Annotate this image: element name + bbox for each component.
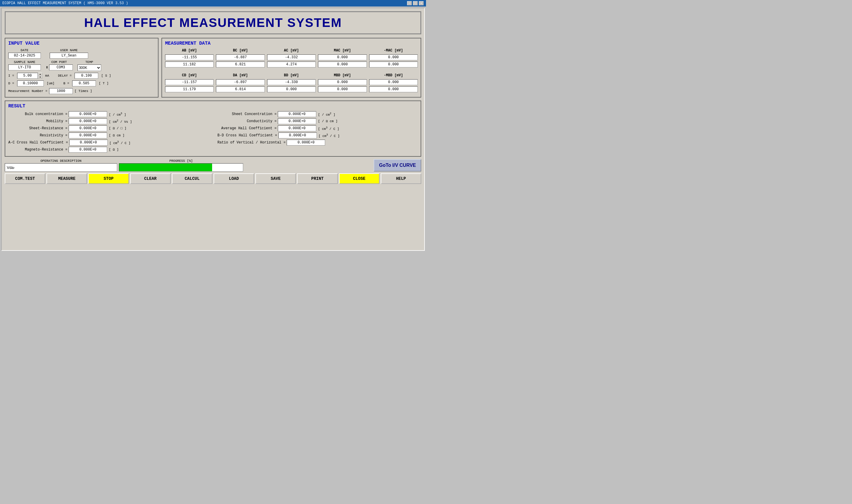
progress-section: PROGRESS [%] (119, 159, 243, 172)
result-title: RESULT (8, 104, 418, 109)
save-button[interactable]: SAVE (255, 173, 296, 184)
current-up-btn[interactable]: ▲ (38, 73, 42, 76)
val-neg-mbd2[interactable] (369, 86, 418, 92)
val-neg-mac1[interactable] (369, 54, 418, 60)
val-cd2[interactable] (165, 86, 214, 92)
magneto-label: Magneto-Resistance = (8, 148, 68, 152)
avg-hall-value[interactable] (278, 125, 316, 131)
sample-name-label: SAMPLE NAME (14, 60, 36, 64)
title-bar: ECOPIA HALL EFFECT MEASUREMENT SYSTEM ( … (0, 0, 426, 6)
temp-label: TEMP (85, 60, 93, 64)
clear-button[interactable]: CLEAR (130, 173, 171, 184)
val-ab1[interactable] (165, 54, 214, 60)
ratio-value[interactable] (287, 140, 325, 145)
val-neg-mbd1[interactable] (369, 79, 418, 85)
com-port-input[interactable] (49, 65, 73, 70)
input-value-panel: INPUT VALUE DATE USER NAME SAMPLE NAME (5, 38, 159, 97)
conductivity-value[interactable] (278, 118, 316, 124)
main-window: HALL EFFECT MEASUREMENT SYSTEM INPUT VAL… (1, 8, 425, 251)
input-value-title: INPUT VALUE (8, 41, 155, 46)
val-da2[interactable] (216, 86, 265, 92)
date-label: DATE (21, 49, 29, 52)
bulk-conc-label: Bulk concentration = (8, 112, 68, 116)
mobility-unit: [ cm2 / Vs ] (109, 119, 132, 124)
bulk-conc-unit: [ / cm3 ] (109, 112, 126, 116)
val-mbd1[interactable] (318, 79, 366, 85)
op-desc-input[interactable] (5, 163, 117, 172)
d-input[interactable] (17, 80, 44, 86)
col-da-header: DA [mV] (216, 73, 265, 77)
goto-iv-curve-button[interactable]: GoTo I/V CURVE (374, 159, 421, 172)
measurement-data-panel: MEASUREMENT DATA AB [mV] BC [mV] AC [mV]… (162, 38, 421, 97)
resistivity-unit: [ Ω cm ] (109, 134, 125, 137)
val-bc1[interactable] (216, 54, 265, 60)
close-btn[interactable]: ✕ (419, 1, 424, 5)
val-mbd2[interactable] (318, 86, 366, 92)
d-label: D = (8, 82, 14, 85)
ac-hall-value[interactable] (69, 140, 108, 145)
val-ac2[interactable] (267, 61, 316, 68)
b-label: B = (63, 82, 69, 85)
com-test-button[interactable]: COM.TEST (5, 173, 45, 184)
conductivity-unit: [ / Ω cm ] (318, 120, 338, 123)
sample-name-input[interactable] (8, 65, 41, 70)
val-bd1[interactable] (267, 79, 316, 85)
val-neg-mac2[interactable] (369, 61, 418, 68)
current-down-btn[interactable]: ▼ (38, 76, 42, 79)
ratio-label: Ratio of Vertical / Horizontal = (217, 141, 286, 145)
delay-unit: [ S ] (101, 74, 111, 77)
app-title-box: HALL EFFECT MEASUREMENT SYSTEM (5, 11, 421, 34)
date-input[interactable] (8, 53, 41, 58)
val-bc2[interactable] (216, 61, 265, 68)
measure-num-input[interactable] (49, 88, 73, 94)
sheet-conc-value[interactable] (278, 111, 316, 117)
com-spinner-icon[interactable]: ⬍ (46, 65, 49, 70)
val-cd1[interactable] (165, 79, 214, 85)
username-input[interactable] (50, 53, 88, 58)
delay-input[interactable] (75, 73, 98, 79)
val-ac1[interactable] (267, 54, 316, 60)
stop-button[interactable]: STOP (88, 173, 129, 184)
magneto-value[interactable] (69, 147, 107, 152)
b-input[interactable] (72, 80, 96, 86)
val-da1[interactable] (216, 79, 265, 85)
load-button[interactable]: LOAD (214, 173, 254, 184)
calcul-button[interactable]: CALCUL (172, 173, 213, 184)
ac-hall-label: A-C Cross Hall Coefficient = (8, 141, 68, 145)
val-bd2[interactable] (267, 86, 316, 92)
avg-hall-unit: [ cm3 / C ] (318, 126, 339, 131)
col-bc-header: BC [mV] (216, 49, 265, 53)
bd-hall-label: B-D Cross Hall Coefficient = (217, 133, 277, 138)
resistivity-value[interactable] (69, 132, 107, 139)
sheet-res-label: Sheet-Resistance = (8, 126, 68, 130)
com-port-label: COM PORT (51, 60, 67, 64)
val-mac1[interactable] (318, 54, 366, 60)
help-button[interactable]: HELP (381, 173, 421, 184)
col-ac-header: AC [mV] (267, 49, 316, 53)
col-mac-header: MAC [mV] (318, 49, 366, 53)
mobility-label: Mobility = (8, 119, 68, 123)
ac-hall-unit: [ cm3 / C ] (109, 140, 131, 145)
maximize-btn[interactable]: □ (413, 1, 418, 5)
sheet-res-value[interactable] (69, 125, 107, 131)
temp-select[interactable]: 300K 77K 4.2K (77, 65, 101, 71)
current-input[interactable] (17, 73, 38, 79)
op-desc-label: OPERATING DESCRIPTION (5, 159, 117, 163)
bd-hall-value[interactable] (278, 132, 317, 139)
measure-button[interactable]: MEASURE (47, 173, 87, 184)
current-label: I = (8, 74, 14, 77)
progress-label: PROGRESS [%] (119, 159, 243, 163)
col-neg-mbd-header: -MBD [mV] (369, 73, 418, 77)
val-ab2[interactable] (165, 61, 214, 68)
measure-num-label: Measurement Number = (8, 89, 47, 93)
bulk-conc-value[interactable] (69, 111, 107, 117)
progress-bar-container (119, 163, 243, 172)
action-buttons-bar: COM.TEST MEASURE STOP CLEAR CALCUL LOAD … (5, 173, 421, 184)
val-mac2[interactable] (318, 61, 366, 68)
print-button[interactable]: PRINT (297, 173, 338, 184)
minimize-btn[interactable]: ─ (407, 1, 412, 5)
conductivity-label: Conductivity = (217, 119, 277, 123)
col-ab-header: AB [mV] (165, 49, 214, 53)
mobility-value[interactable] (69, 118, 107, 124)
close-button[interactable]: CLOSE (339, 173, 380, 184)
